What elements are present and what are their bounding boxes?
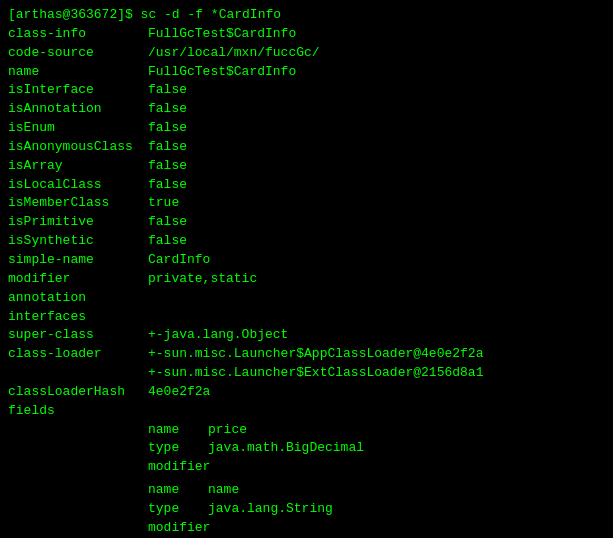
field-label [8, 364, 148, 383]
table-row: class-info FullGcTest$CardInfo [8, 25, 605, 44]
field-label [8, 519, 148, 538]
table-row: name price [8, 421, 605, 440]
table-row: modifier [8, 519, 605, 538]
field-label [8, 458, 148, 477]
subfield-value: java.lang.String [208, 500, 333, 519]
field-label: class-loader [8, 345, 148, 364]
field-label: isPrimitive [8, 213, 148, 232]
prompt-text: [arthas@363672]$ sc -d -f *CardInfo [8, 7, 281, 22]
table-row: super-class +-java.lang.Object [8, 326, 605, 345]
table-row: class-loader +-sun.misc.Launcher$AppClas… [8, 345, 605, 364]
field-label: fields [8, 402, 148, 421]
field-label: isMemberClass [8, 194, 148, 213]
subfield-label: type [148, 500, 208, 519]
field-value: false [148, 213, 187, 232]
table-row: modifier [8, 458, 605, 477]
field-label: super-class [8, 326, 148, 345]
table-row: isEnum false [8, 119, 605, 138]
field-label: isInterface [8, 81, 148, 100]
field-label: classLoaderHash [8, 383, 148, 402]
field-value: FullGcTest$CardInfo [148, 25, 296, 44]
field-value: CardInfo [148, 251, 210, 270]
field-label [8, 481, 148, 500]
table-row: name FullGcTest$CardInfo [8, 63, 605, 82]
table-row: interfaces [8, 308, 605, 327]
field-label: isLocalClass [8, 176, 148, 195]
table-row: isLocalClass false [8, 176, 605, 195]
table-row: fields [8, 402, 605, 421]
field-value: private,static [148, 270, 257, 289]
table-row: isMemberClass true [8, 194, 605, 213]
field-label [8, 439, 148, 458]
field-value: false [148, 119, 187, 138]
field-label: name [8, 63, 148, 82]
field-label: annotation [8, 289, 148, 308]
table-row: isSynthetic false [8, 232, 605, 251]
field-label: isAnnotation [8, 100, 148, 119]
field-value: /usr/local/mxn/fuccGc/ [148, 44, 320, 63]
field-value: false [148, 176, 187, 195]
table-row: type java.lang.String [8, 500, 605, 519]
table-row: isAnnotation false [8, 100, 605, 119]
table-row: code-source /usr/local/mxn/fuccGc/ [8, 44, 605, 63]
table-row: annotation [8, 289, 605, 308]
field-value: FullGcTest$CardInfo [148, 63, 296, 82]
subfield-label: modifier [148, 458, 210, 477]
field-label: interfaces [8, 308, 148, 327]
subfield-label: name [148, 481, 208, 500]
field-label: isAnonymousClass [8, 138, 148, 157]
field-label: modifier [8, 270, 148, 289]
field-label: simple-name [8, 251, 148, 270]
output-block: class-info FullGcTest$CardInfo code-sour… [8, 25, 605, 538]
table-row: classLoaderHash 4e0e2f2a [8, 383, 605, 402]
terminal-window: [arthas@363672]$ sc -d -f *CardInfo clas… [8, 6, 605, 538]
subfield-value: price [208, 421, 247, 440]
field-value: +-sun.misc.Launcher$AppClassLoader@4e0e2… [148, 345, 483, 364]
table-row: isPrimitive false [8, 213, 605, 232]
subfield-value: name [208, 481, 239, 500]
field-value: +-java.lang.Object [148, 326, 288, 345]
field-value: true [148, 194, 179, 213]
field-label: isArray [8, 157, 148, 176]
table-row: +-sun.misc.Launcher$ExtClassLoader@2156d… [8, 364, 605, 383]
field-label [8, 500, 148, 519]
table-row: modifier private,static [8, 270, 605, 289]
subfield-value: java.math.BigDecimal [208, 439, 364, 458]
field-label: code-source [8, 44, 148, 63]
table-row: isArray false [8, 157, 605, 176]
command-line: [arthas@363672]$ sc -d -f *CardInfo [8, 6, 605, 25]
field-value: +-sun.misc.Launcher$ExtClassLoader@2156d… [148, 364, 483, 383]
table-row: isAnonymousClass false [8, 138, 605, 157]
table-row: type java.math.BigDecimal [8, 439, 605, 458]
field-label: class-info [8, 25, 148, 44]
field-value: false [148, 100, 187, 119]
table-row: name name [8, 481, 605, 500]
subfield-label: name [148, 421, 208, 440]
field-label [8, 421, 148, 440]
subfield-label: type [148, 439, 208, 458]
field-value: false [148, 232, 187, 251]
field-label: isSynthetic [8, 232, 148, 251]
table-row: isInterface false [8, 81, 605, 100]
field-value: false [148, 157, 187, 176]
field-value: false [148, 81, 187, 100]
table-row: simple-name CardInfo [8, 251, 605, 270]
subfield-label: modifier [148, 519, 210, 538]
field-label: isEnum [8, 119, 148, 138]
field-value: false [148, 138, 187, 157]
field-value: 4e0e2f2a [148, 383, 210, 402]
